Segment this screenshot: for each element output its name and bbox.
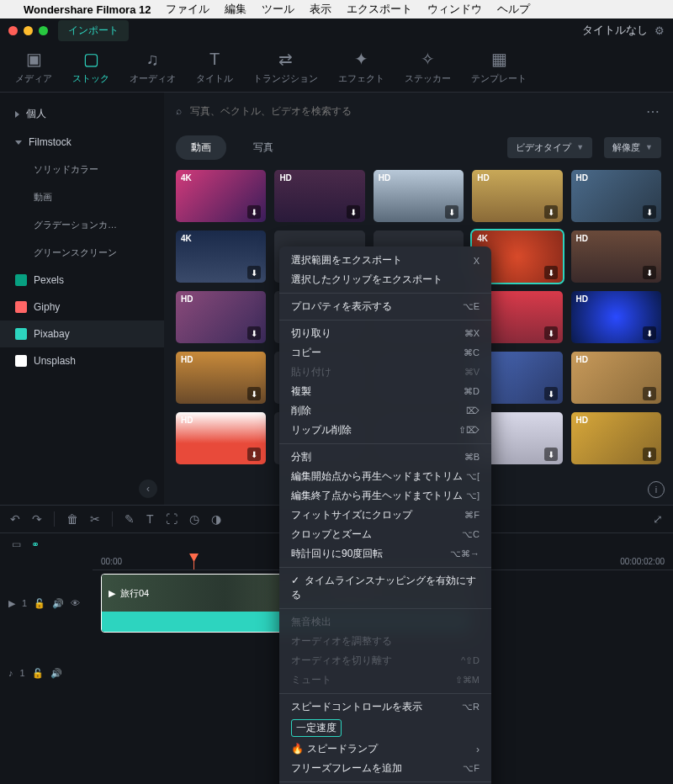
sidebar-pexels[interactable]: Pexels	[0, 267, 164, 294]
mute-icon[interactable]: 🔊	[50, 668, 62, 679]
sidebar-filmstock[interactable]: Filmstock	[0, 129, 164, 156]
download-icon[interactable]: ⬇	[643, 326, 656, 340]
download-icon[interactable]: ⬇	[247, 448, 261, 461]
mute-icon[interactable]: 🔊	[52, 598, 64, 609]
color-icon[interactable]: ◑	[211, 512, 221, 526]
thumbnail[interactable]: HD⬇	[374, 170, 464, 222]
download-icon[interactable]: ⬇	[643, 448, 656, 461]
tab-audio[interactable]: ♫オーディオ	[130, 49, 176, 85]
speed-icon[interactable]: ◷	[189, 512, 199, 526]
menu-window[interactable]: ウィンドウ	[427, 2, 482, 17]
maximize-window-icon[interactable]	[39, 26, 48, 35]
thumbnail[interactable]: HD⬇	[176, 352, 266, 404]
download-icon[interactable]: ⬇	[544, 387, 558, 400]
sidebar-sub-video[interactable]: 動画	[0, 183, 164, 211]
settings-icon[interactable]: ⚙	[654, 24, 665, 37]
undo-icon[interactable]: ↶	[10, 512, 20, 526]
sidebar-sub-solid[interactable]: ソリッドカラー	[0, 156, 164, 183]
ctx-duplicate[interactable]: 複製⌘D	[279, 382, 491, 401]
edit-icon[interactable]: ✎	[125, 512, 135, 526]
download-icon[interactable]: ⬇	[347, 205, 360, 219]
thumbnail[interactable]: HD⬇	[571, 412, 661, 464]
info-icon[interactable]: i	[648, 481, 665, 498]
minimize-window-icon[interactable]	[24, 26, 33, 35]
download-icon[interactable]: ⬇	[643, 205, 656, 219]
tab-sticker[interactable]: ✧ステッカー	[405, 49, 451, 85]
tab-media[interactable]: ▣メディア	[15, 49, 52, 85]
thumbnail[interactable]: HD⬇	[571, 352, 661, 404]
download-icon[interactable]: ⬇	[544, 266, 558, 279]
ctx-copy[interactable]: コピー⌘C	[279, 343, 491, 363]
text-icon[interactable]: T	[146, 512, 154, 526]
ctx-crop-fit[interactable]: フィットサイズにクロップ⌘F	[279, 506, 491, 525]
more-icon[interactable]: ⋯	[646, 103, 661, 119]
ctx-cut[interactable]: 切り取り⌘X	[279, 324, 491, 343]
import-button[interactable]: インポート	[58, 20, 129, 41]
download-icon[interactable]: ⬇	[544, 448, 558, 461]
tab-transition[interactable]: ⇄トランジション	[253, 49, 318, 85]
download-icon[interactable]: ⬇	[544, 326, 558, 340]
download-icon[interactable]: ⬇	[643, 266, 656, 279]
collapse-sidebar-button[interactable]: ‹	[139, 479, 157, 498]
thumbnail[interactable]: HD⬇	[571, 230, 661, 283]
filter-photo-pill[interactable]: 写真	[238, 135, 289, 160]
ctx-properties[interactable]: プロパティを表示する⌥E	[279, 297, 491, 316]
menu-help[interactable]: ヘルプ	[497, 2, 530, 17]
download-icon[interactable]: ⬇	[445, 205, 458, 219]
cut-icon[interactable]: ✂	[90, 512, 100, 526]
ctx-uniform-speed[interactable]: 一定速度	[279, 717, 491, 739]
download-icon[interactable]: ⬇	[544, 205, 558, 219]
visibility-icon[interactable]: 👁	[71, 598, 80, 608]
ctx-export-selection[interactable]: 選択範囲をエクスポートX	[279, 251, 491, 270]
sidebar-sub-gradient[interactable]: グラデーションカ…	[0, 211, 164, 239]
ctx-ripple-delete[interactable]: リップル削除⇧⌦	[279, 421, 491, 440]
tab-stock[interactable]: ▢ストック	[72, 49, 109, 85]
ctx-trim-start[interactable]: 編集開始点から再生ヘッドまでトリム⌥[	[279, 467, 491, 486]
tab-title[interactable]: Tタイトル	[196, 49, 233, 85]
thumbnail[interactable]: HD⬇	[176, 412, 266, 464]
thumbnail[interactable]: 4K⬇	[176, 230, 266, 283]
ctx-freeze-frame[interactable]: フリーズフレームを追加⌥F	[279, 759, 491, 778]
download-icon[interactable]: ⬇	[247, 326, 261, 340]
ctx-speed-control[interactable]: スピードコントロールを表示⌥R	[279, 697, 491, 717]
tab-effect[interactable]: ✦エフェクト	[338, 49, 384, 85]
lock-icon[interactable]: 🔓	[32, 668, 44, 679]
link-icon[interactable]: ⚭	[31, 538, 40, 550]
download-icon[interactable]: ⬇	[247, 387, 261, 400]
lock-icon[interactable]: 🔓	[34, 598, 45, 609]
filter-video-pill[interactable]: 動画	[176, 135, 226, 160]
redo-icon[interactable]: ↷	[32, 512, 42, 526]
thumbnail[interactable]: HD⬇	[274, 170, 364, 222]
ctx-trim-end[interactable]: 編集終了点から再生ヘッドまでトリム⌥]	[279, 486, 491, 506]
thumbnail[interactable]: HD⬇	[176, 291, 266, 343]
ctx-rotate[interactable]: 時計回りに90度回転⌥⌘→	[279, 544, 491, 564]
delete-icon[interactable]: 🗑	[66, 512, 78, 526]
thumbnail[interactable]: HD⬇	[472, 170, 562, 222]
menu-view[interactable]: 表示	[310, 2, 331, 17]
menu-export[interactable]: エクスポート	[347, 2, 412, 17]
sidebar-giphy[interactable]: Giphy	[0, 294, 164, 320]
resolution-dropdown[interactable]: 解像度▼	[604, 137, 661, 158]
marker-icon[interactable]: ▭	[12, 538, 21, 550]
menu-edit[interactable]: 編集	[225, 2, 246, 17]
ctx-export-clip[interactable]: 選択したクリップをエクスポート	[279, 270, 491, 289]
ctx-crop-zoom[interactable]: クロップとズーム⌥C	[279, 525, 491, 544]
thumbnail[interactable]: HD⬇	[571, 291, 661, 343]
playhead[interactable]	[193, 555, 194, 569]
sidebar-pixabay[interactable]: Pixabay	[0, 320, 164, 347]
download-icon[interactable]: ⬇	[247, 205, 261, 219]
menu-tools[interactable]: ツール	[262, 2, 294, 17]
ctx-speed-ramp[interactable]: 🔥スピードランプ›	[279, 739, 491, 759]
search-input[interactable]	[190, 105, 638, 117]
close-window-icon[interactable]	[8, 26, 18, 35]
expand-icon[interactable]: ⤢	[653, 512, 663, 526]
ctx-split[interactable]: 分割⌘B	[279, 448, 491, 467]
video-type-dropdown[interactable]: ビデオタイプ▼	[507, 137, 592, 158]
ctx-delete[interactable]: 削除⌦	[279, 401, 491, 421]
download-icon[interactable]: ⬇	[247, 266, 261, 279]
download-icon[interactable]: ⬇	[643, 387, 656, 400]
crop-icon[interactable]: ⛶	[166, 512, 178, 526]
menu-file[interactable]: ファイル	[166, 2, 209, 17]
ctx-snapping[interactable]: ✓タイムラインスナッピングを有効にする	[279, 571, 491, 605]
thumbnail[interactable]: 4K⬇	[176, 170, 266, 222]
